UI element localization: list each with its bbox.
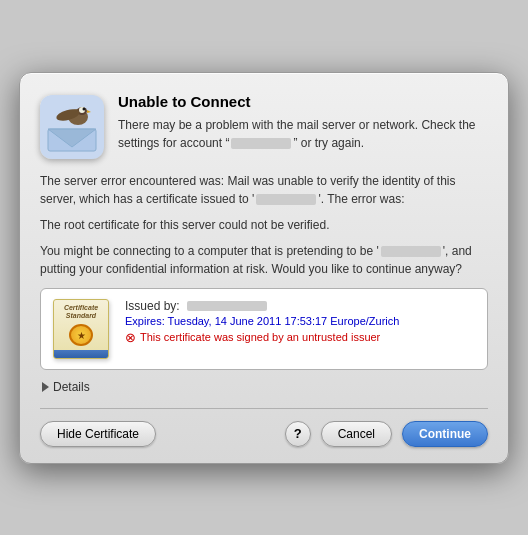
hide-certificate-button[interactable]: Hide Certificate	[40, 421, 156, 447]
redacted-server2	[381, 246, 441, 257]
certificate-icon: CertificateStandard ★	[53, 299, 109, 359]
divider	[40, 408, 488, 409]
cert-ribbon	[54, 350, 108, 357]
continue-button[interactable]: Continue	[402, 421, 488, 447]
dialog-header: Unable to Connect There may be a problem…	[40, 93, 488, 160]
message-4: You might be connecting to a computer th…	[40, 242, 488, 278]
details-label[interactable]: Details	[53, 380, 90, 394]
warning-line: ⊗ This certificate was signed by an untr…	[125, 331, 475, 344]
certificate-box: CertificateStandard ★ Issued by: Expires…	[40, 288, 488, 370]
message-1: There may be a problem with the mail ser…	[118, 116, 488, 152]
expires-line: Expires: Tuesday, 14 June 2011 17:53:17 …	[125, 315, 475, 327]
message-3: The root certificate for this server cou…	[40, 216, 488, 234]
header-text-block: Unable to Connect There may be a problem…	[118, 93, 488, 160]
warning-icon: ⊗	[125, 331, 136, 344]
svg-point-8	[83, 107, 86, 110]
right-buttons: ? Cancel Continue	[285, 421, 488, 447]
details-triangle-icon[interactable]	[42, 382, 49, 392]
dialog-title: Unable to Connect	[118, 93, 488, 110]
details-row[interactable]: Details	[40, 380, 488, 394]
issued-by-row: Issued by:	[125, 299, 475, 313]
mail-app-icon	[40, 95, 104, 159]
dialog: Unable to Connect There may be a problem…	[19, 72, 509, 464]
button-row: Hide Certificate ? Cancel Continue	[40, 421, 488, 447]
certificate-info: Issued by: Expires: Tuesday, 14 June 201…	[125, 299, 475, 344]
issued-by-value	[187, 301, 267, 311]
mail-icon-svg	[40, 95, 104, 159]
message-2: The server error encountered was: Mail w…	[40, 172, 488, 208]
cert-seal: ★	[69, 324, 93, 346]
cancel-button[interactable]: Cancel	[321, 421, 392, 447]
certificate-icon-wrap: CertificateStandard ★	[53, 299, 113, 359]
body-section: The server error encountered was: Mail w…	[40, 172, 488, 394]
redacted-account	[231, 138, 291, 149]
redacted-server1	[256, 194, 316, 205]
help-button[interactable]: ?	[285, 421, 311, 447]
